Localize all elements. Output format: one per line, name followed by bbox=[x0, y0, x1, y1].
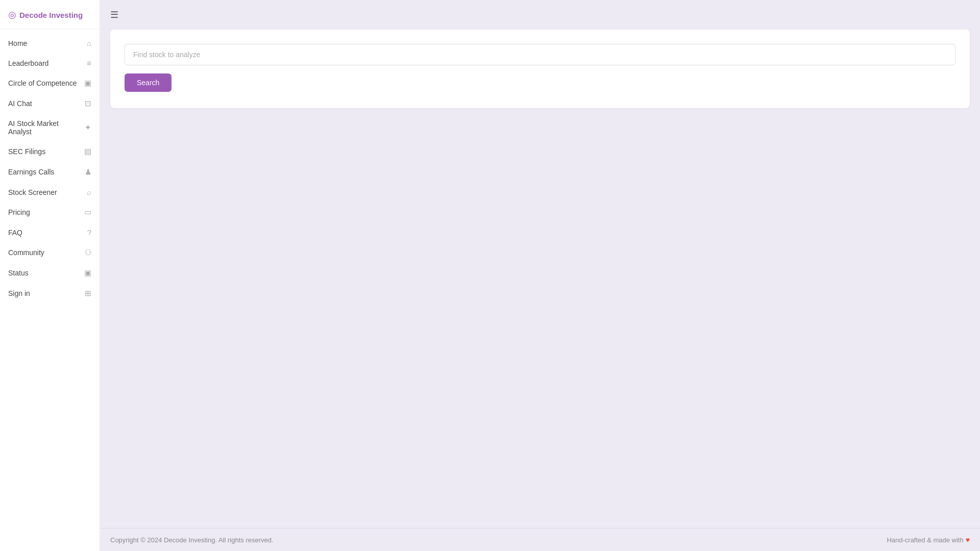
sidebar-nav: Home⌂Leaderboard≡Circle of Competence▣AI… bbox=[0, 29, 100, 551]
search-card: Search bbox=[110, 30, 970, 108]
sidebar-icon-ai-chat: ⊡ bbox=[85, 99, 91, 108]
topbar: ☰ bbox=[100, 0, 980, 30]
sidebar-label-faq: FAQ bbox=[8, 229, 83, 237]
main-content: ☰ Search Copyright © 2024 Decode Investi… bbox=[100, 0, 980, 551]
sidebar-icon-sign-in: ⊞ bbox=[85, 289, 91, 298]
sidebar-label-ai-stock-market-analyst: AI Stock Market Analyst bbox=[8, 119, 81, 136]
sidebar-icon-faq: ? bbox=[87, 228, 91, 237]
search-button[interactable]: Search bbox=[125, 73, 172, 92]
sidebar-label-sec-filings: SEC Filings bbox=[8, 147, 80, 156]
sidebar-icon-community: ⚇ bbox=[85, 248, 91, 257]
sidebar-item-leaderboard[interactable]: Leaderboard≡ bbox=[0, 53, 100, 73]
sidebar-item-ai-chat[interactable]: AI Chat⊡ bbox=[0, 93, 100, 114]
sidebar-item-status[interactable]: Status▣ bbox=[0, 263, 100, 283]
sidebar-item-ai-stock-market-analyst[interactable]: AI Stock Market Analyst✦ bbox=[0, 114, 100, 141]
sidebar-icon-stock-screener: ⌕ bbox=[87, 188, 91, 196]
sidebar-item-stock-screener[interactable]: Stock Screener⌕ bbox=[0, 182, 100, 202]
sidebar-icon-leaderboard: ≡ bbox=[87, 59, 91, 67]
sidebar-item-pricing[interactable]: Pricing▭ bbox=[0, 202, 100, 222]
footer: Copyright © 2024 Decode Investing. All r… bbox=[100, 528, 980, 551]
sidebar-label-sign-in: Sign in bbox=[8, 289, 81, 297]
footer-handcrafted-text: Hand-crafted & made with bbox=[887, 536, 963, 544]
sidebar-label-community: Community bbox=[8, 248, 81, 257]
sidebar-label-ai-chat: AI Chat bbox=[8, 99, 81, 108]
sidebar-icon-pricing: ▭ bbox=[84, 208, 91, 217]
heart-icon: ♥ bbox=[966, 536, 970, 544]
hamburger-icon[interactable]: ☰ bbox=[110, 9, 118, 20]
sidebar-item-sign-in[interactable]: Sign in⊞ bbox=[0, 283, 100, 304]
sidebar-icon-status: ▣ bbox=[84, 268, 91, 278]
sidebar-label-circle-of-competence: Circle of Competence bbox=[8, 79, 80, 87]
sidebar-item-faq[interactable]: FAQ? bbox=[0, 222, 100, 242]
logo[interactable]: ◎ Decode Investing bbox=[0, 0, 100, 29]
logo-text: Decode Investing bbox=[19, 11, 83, 19]
sidebar-item-sec-filings[interactable]: SEC Filings▤ bbox=[0, 141, 100, 162]
sidebar-label-home: Home bbox=[8, 39, 83, 47]
sidebar-item-circle-of-competence[interactable]: Circle of Competence▣ bbox=[0, 73, 100, 93]
footer-handcrafted: Hand-crafted & made with ♥ bbox=[887, 536, 970, 544]
content-area: Search bbox=[100, 30, 980, 528]
sidebar-icon-circle-of-competence: ▣ bbox=[84, 79, 91, 88]
sidebar-label-leaderboard: Leaderboard bbox=[8, 59, 83, 67]
sidebar-icon-home: ⌂ bbox=[87, 39, 91, 47]
sidebar-icon-earnings-calls: ♟ bbox=[85, 167, 91, 177]
search-input[interactable] bbox=[125, 44, 955, 65]
sidebar-item-home[interactable]: Home⌂ bbox=[0, 33, 100, 53]
sidebar: ◎ Decode Investing Home⌂Leaderboard≡Circ… bbox=[0, 0, 100, 551]
sidebar-label-status: Status bbox=[8, 269, 80, 277]
footer-copyright: Copyright © 2024 Decode Investing. All r… bbox=[110, 536, 274, 544]
sidebar-icon-sec-filings: ▤ bbox=[84, 147, 91, 156]
sidebar-item-earnings-calls[interactable]: Earnings Calls♟ bbox=[0, 162, 100, 182]
sidebar-label-stock-screener: Stock Screener bbox=[8, 188, 83, 196]
sidebar-label-pricing: Pricing bbox=[8, 208, 80, 216]
sidebar-label-earnings-calls: Earnings Calls bbox=[8, 168, 81, 176]
sidebar-item-community[interactable]: Community⚇ bbox=[0, 242, 100, 263]
logo-icon: ◎ bbox=[8, 9, 16, 20]
sidebar-icon-ai-stock-market-analyst: ✦ bbox=[85, 123, 91, 132]
